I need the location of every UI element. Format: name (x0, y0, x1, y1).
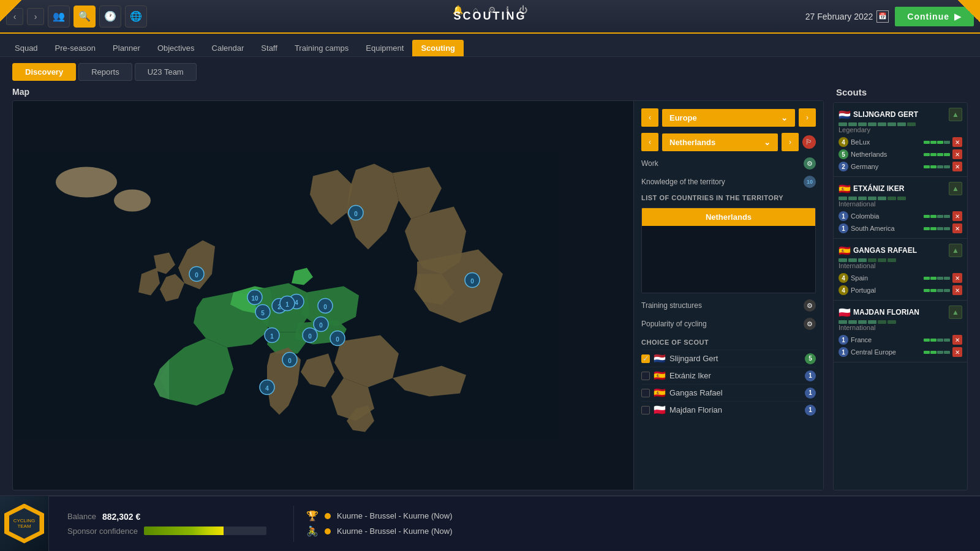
country-next-button[interactable]: › (782, 133, 799, 151)
assign-name-3-0: France (851, 336, 872, 343)
remove-2-1[interactable]: ✕ (952, 285, 962, 295)
scout-item-3: 🇵🇱 MAJDAN FLORIAN ▲ International (834, 301, 967, 362)
countries-title: LIST OF COUNTRIES IN THE TERRITORY (641, 194, 816, 201)
tab-staff[interactable]: Staff (252, 40, 286, 56)
work-label: Work (641, 159, 658, 168)
scout-expand-3[interactable]: ▲ (949, 305, 962, 319)
tab-scouting[interactable]: Scouting (412, 40, 464, 56)
team-logo: CYCLINGTEAM (0, 496, 49, 551)
knowledge-label: Knowledge of the territory (641, 178, 725, 186)
remove-2-0[interactable]: ✕ (952, 273, 962, 283)
country-dropdown[interactable]: Netherlands ⌄ (662, 133, 778, 151)
chevron-down-icon: ⌄ (781, 113, 788, 122)
tab-planner[interactable]: Planner (104, 40, 149, 56)
events-section: 🏆 Kuurne - Brussel - Kuurne (Now) 🚴 Kuur… (294, 504, 980, 543)
choice-row-0: ✓ 🇳🇱 Slijngard Gert 5 (641, 350, 816, 367)
remove-0-0[interactable]: ✕ (952, 137, 962, 147)
training-label: Training structures (641, 301, 702, 310)
scout-level-1: International (839, 200, 962, 208)
region-prev-button[interactable]: ‹ (641, 108, 658, 127)
remove-1-1[interactable]: ✕ (952, 223, 962, 233)
assignment-1-0: 1 Colombia ✕ (839, 210, 962, 222)
event-dot-1 (325, 528, 331, 534)
choice-num-2: 1 (805, 388, 816, 399)
work-row: Work ⚙ (641, 157, 816, 170)
country-prev-button[interactable]: ‹ (641, 133, 658, 151)
popularity-row: Popularity of cycling ⚙ (641, 318, 816, 330)
tab-equipment[interactable]: Equipment (357, 40, 412, 56)
clock-icon[interactable]: 🕐 (99, 6, 121, 28)
assign-name-0-2: Germany (851, 163, 878, 170)
scout-level-3: International (839, 324, 962, 331)
choice-checkbox-0[interactable]: ✓ (641, 354, 650, 363)
svg-text:4: 4 (265, 385, 269, 392)
selected-country[interactable]: Netherlands (642, 208, 815, 226)
event-dot-0 (325, 513, 331, 519)
svg-text:4: 4 (295, 299, 298, 306)
choice-of-scout-section: CHOICE OF SCOUT ✓ 🇳🇱 Slijngard Gert 5 (641, 339, 816, 418)
scouts-panel: Scouts 🇳🇱 SLIJNGARD GERT ▲ (833, 87, 968, 490)
tab-calendar[interactable]: Calendar (203, 40, 253, 56)
europe-map[interactable]: 10 2 5 4 0 0 1 (13, 101, 558, 490)
assignment-0-2: 2 Germany ✕ (839, 160, 962, 173)
tab-preseason[interactable]: Pre-season (47, 40, 104, 56)
subtab-u23[interactable]: U23 Team (135, 63, 197, 81)
tab-objectives[interactable]: Objectives (149, 40, 203, 56)
choice-checkbox-3[interactable] (641, 406, 650, 414)
remove-0-2[interactable]: ✕ (952, 162, 962, 171)
scouting-icon[interactable]: 🔍 (74, 6, 96, 28)
flag-indicator: 🏳 (802, 135, 816, 149)
popularity-label: Popularity of cycling (641, 320, 707, 328)
balance-value: 882,302 € (102, 512, 140, 522)
trophy-icon: 🏆 (306, 510, 318, 522)
subtab-reports[interactable]: Reports (78, 63, 132, 81)
flag-es-1: 🇪🇸 (654, 370, 666, 381)
scout-flag-0: 🇳🇱 (839, 109, 851, 121)
scout-name-2: GANGAS RAFAEL (853, 246, 917, 255)
choice-checkbox-2[interactable] (641, 389, 650, 397)
logo-hexagon: CYCLINGTEAM (4, 504, 44, 544)
scout-flag-1: 🇪🇸 (839, 183, 851, 195)
choice-checkbox-1[interactable] (641, 372, 650, 380)
svg-text:0: 0 (195, 272, 198, 279)
remove-3-1[interactable]: ✕ (952, 347, 962, 357)
remove-0-1[interactable]: ✕ (952, 149, 962, 159)
tab-squad[interactable]: Squad (6, 40, 47, 56)
assign-name-2-1: Portugal (851, 287, 876, 294)
scout-expand-1[interactable]: ▲ (949, 182, 962, 195)
calendar-icon[interactable]: 📅 (876, 10, 889, 23)
svg-point-2 (56, 167, 117, 198)
event-row-1: 🚴 Kuurne - Brussel - Kuurne (Now) (306, 525, 968, 537)
bottom-bar: CYCLINGTEAM Balance 882,302 € Sponsor co… (0, 495, 980, 550)
subtab-discovery[interactable]: Discovery (12, 63, 76, 81)
scout-name-0: SLIJNGARD GERT (853, 110, 918, 119)
scout-flag-3: 🇵🇱 (839, 307, 851, 318)
scout-expand-0[interactable]: ▲ (949, 108, 962, 121)
map-title: Map (12, 87, 824, 97)
region-dropdown[interactable]: Europe ⌄ (662, 109, 795, 127)
region-dropdown-row: ‹ Europe ⌄ › (641, 108, 816, 127)
tab-training[interactable]: Training camps (286, 40, 357, 56)
sponsor-label: Sponsor confidence (67, 527, 138, 536)
remove-3-0[interactable]: ✕ (952, 335, 962, 345)
assign-name-0-1: Netherlands (851, 151, 887, 158)
scout-name-3: MAJDAN FLORIAN (853, 308, 919, 317)
svg-text:0: 0 (470, 278, 474, 285)
countries-list: Netherlands (641, 208, 816, 293)
region-next-button[interactable]: › (799, 108, 816, 127)
squad-icon[interactable]: 👥 (48, 6, 70, 28)
scout-item-1: 🇪🇸 ETXÁNIZ IKER ▲ International (834, 177, 967, 239)
scouts-list: 🇳🇱 SLIJNGARD GERT ▲ Legendary (833, 102, 968, 490)
svg-text:1: 1 (285, 301, 289, 308)
nav-tabs: Squad Pre-season Planner Objectives Cale… (0, 34, 980, 57)
assignment-3-1: 1 Central Europe ✕ (839, 346, 962, 358)
assign-name-1-0: Colombia (851, 212, 879, 220)
choice-row-3: 🇵🇱 Majdan Florian 1 (641, 401, 816, 418)
assign-name-2-0: Spain (851, 274, 868, 282)
remove-1-0[interactable]: ✕ (952, 211, 962, 221)
svg-text:0: 0 (323, 304, 327, 310)
scout-expand-2[interactable]: ▲ (949, 244, 962, 257)
choice-num-3: 1 (805, 405, 816, 416)
choice-name-2: Gangas Rafael (669, 388, 723, 397)
globe-icon[interactable]: 🌐 (125, 6, 147, 28)
